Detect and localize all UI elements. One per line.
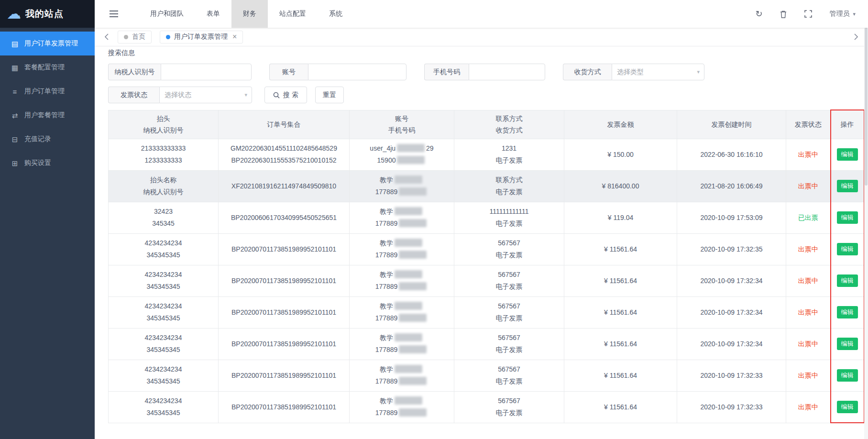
topnav-item[interactable]: 财务 [231, 0, 268, 28]
redacted-account [395, 302, 422, 310]
search-button[interactable]: 搜 索 [264, 87, 307, 103]
redacted-phone [399, 408, 427, 417]
invoice-status-badge: 出票中 [798, 277, 818, 285]
vertical-scrollbar[interactable] [864, 28, 868, 439]
cell-operation: 编辑 [831, 296, 864, 328]
cell-title: 4234234234345345345 [109, 391, 219, 423]
package-config-icon: ▦ [11, 64, 19, 71]
page-tab[interactable]: 首页 [118, 31, 152, 44]
cell-amount: ¥ 150.00 [564, 139, 677, 170]
topbar-main: 用户和团队 表单 财务 站点配置 系统 ↻ [95, 0, 868, 28]
scrollbar-thumb[interactable] [865, 28, 868, 186]
cell-amount: ¥ 816400.00 [564, 170, 677, 202]
redacted-phone [399, 187, 427, 196]
cell-account: 教学 177889 [350, 265, 454, 296]
cell-amount: ¥ 11561.64 [564, 233, 677, 265]
tabs-scroll-left-icon[interactable] [101, 33, 112, 40]
topnav-item[interactable]: 用户和团队 [139, 0, 195, 28]
top-nav: 用户和团队 表单 财务 站点配置 系统 [139, 0, 354, 28]
redacted-phone [399, 251, 427, 259]
edit-button[interactable]: 编辑 [837, 369, 858, 382]
sidebar-item-label: 用户套餐管理 [24, 111, 65, 120]
cell-operation: 编辑 [831, 328, 864, 360]
order-list-icon: ≡ [11, 88, 19, 95]
cell-operation: 编辑 [831, 202, 864, 233]
table-row: 抬头名称纳税人识别号 XF20210819162114974849509810 … [109, 170, 864, 202]
tab-close-icon[interactable]: × [232, 33, 237, 41]
content: 搜索信息 纳税人识别号 账号 手机号码 收货方式 选择类型 [95, 46, 868, 439]
cell-created: 2020-10-09 17:32:34 [677, 296, 786, 328]
cell-orders: BP20200606170340995450525651 [219, 202, 350, 233]
topnav-item[interactable]: 系统 [318, 0, 354, 28]
sidebar-item-label: 用户订单管理 [24, 87, 65, 96]
cell-orders: BP20200701173851989952101101 [219, 233, 350, 265]
invoice-status-badge: 出票中 [798, 308, 818, 316]
table-body: 2133333333331233333333 GM202206301455111… [109, 139, 864, 423]
cell-created: 2020-10-09 17:53:09 [677, 202, 786, 233]
cell-title: 4234234234345345345 [109, 233, 219, 265]
sidebar-item[interactable]: ⊟ 充值记录 [0, 127, 95, 151]
delivery-method-value: 选择类型 [617, 68, 644, 77]
table-row: 4234234234345345345 BP202007011738519899… [109, 296, 864, 328]
edit-button[interactable]: 编辑 [837, 243, 858, 255]
cell-title: 4234234234345345345 [109, 360, 219, 391]
edit-button[interactable]: 编辑 [837, 148, 858, 161]
sidebar-item[interactable]: ⊞ 购买设置 [0, 151, 95, 175]
cell-amount: ¥ 11561.64 [564, 391, 677, 423]
topnav-item[interactable]: 表单 [195, 0, 231, 28]
tab-label: 首页 [132, 33, 145, 41]
refresh-icon[interactable]: ↻ [755, 10, 762, 18]
table-row: 2133333333331233333333 GM202206301455111… [109, 139, 864, 170]
edit-button[interactable]: 编辑 [837, 274, 858, 287]
sidebar-item[interactable]: ▤ 用户订单发票管理 [0, 32, 95, 55]
reset-button[interactable]: 重置 [315, 87, 344, 103]
sidebar-item[interactable]: ≡ 用户订单管理 [0, 79, 95, 103]
invoice-status-badge: 出票中 [798, 151, 818, 158]
edit-button[interactable]: 编辑 [837, 401, 858, 413]
cell-account: 教学 177889 [350, 233, 454, 265]
trash-icon[interactable] [780, 10, 787, 18]
topnav-item-label: 财务 [243, 10, 256, 18]
search-row-2: 发票状态 选择状态 ▾ 搜 索 重置 [108, 87, 864, 103]
topnav-item-label: 系统 [329, 10, 342, 18]
cell-account: 教学 177889 [350, 202, 454, 233]
cell-account: 教学 177889 [350, 391, 454, 423]
chevron-down-icon: ▾ [853, 11, 856, 17]
account-input[interactable] [308, 64, 407, 80]
recharge-record-icon: ⊟ [11, 136, 19, 143]
cell-amount: ¥ 11561.64 [564, 296, 677, 328]
search-section-title: 搜索信息 [108, 49, 864, 57]
cell-title: 4234234234345345345 [109, 328, 219, 360]
edit-button[interactable]: 编辑 [837, 338, 858, 350]
sidebar-item-label: 充值记录 [24, 135, 51, 143]
phone-input[interactable] [469, 64, 545, 80]
sidebar-item[interactable]: ⇄ 用户套餐管理 [0, 103, 95, 127]
sidebar-collapse-icon[interactable] [109, 10, 119, 18]
page-tab[interactable]: 用户订单发票管理 × [160, 31, 243, 44]
taxpayer-id-input[interactable] [161, 64, 252, 80]
topnav-item[interactable]: 站点配置 [268, 0, 318, 28]
redacted-account [395, 365, 422, 373]
admin-menu[interactable]: 管理员 ▾ [829, 10, 856, 18]
cell-amount: ¥ 11561.64 [564, 265, 677, 296]
cell-contact: 567567电子发票 [454, 328, 564, 360]
edit-button[interactable]: 编辑 [837, 180, 858, 192]
edit-button[interactable]: 编辑 [837, 211, 858, 224]
invoice-status-select[interactable]: 选择状态 ▾ [159, 87, 252, 103]
redacted-phone [399, 314, 427, 322]
cell-operation: 编辑 [831, 360, 864, 391]
sidebar-item[interactable]: ▦ 套餐配置管理 [0, 55, 95, 79]
tabs-scroll-right-icon[interactable] [851, 33, 861, 40]
fullscreen-icon[interactable] [804, 10, 812, 18]
cell-status: 出票中 [786, 296, 831, 328]
edit-button[interactable]: 编辑 [837, 306, 858, 318]
cell-account: 教学 177889 [350, 360, 454, 391]
delivery-method-label: 收货方式 [563, 64, 612, 80]
cell-contact: 111111111111电子发票 [454, 202, 564, 233]
cell-orders: BP20200701173851989952101101 [219, 296, 350, 328]
delivery-method-select[interactable]: 选择类型 ▾ [612, 64, 704, 80]
search-button-label: 搜 索 [283, 91, 298, 99]
cell-title: 4234234234345345345 [109, 265, 219, 296]
cell-status: 出票中 [786, 170, 831, 202]
account-label: 账号 [269, 64, 308, 80]
